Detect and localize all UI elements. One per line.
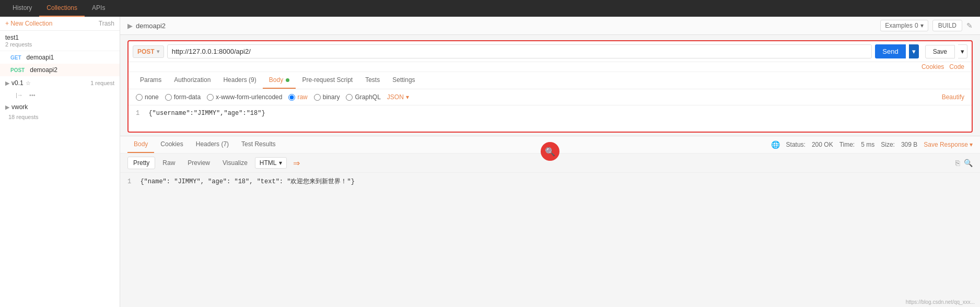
tab-headers-label: Headers [223,76,247,84]
method-badge-post: POST [8,67,27,74]
search-icon[interactable]: 🔍 [964,159,973,167]
format-label: JSON [387,93,404,101]
edit-icon[interactable]: ✎ [966,21,973,30]
send-button[interactable]: Send [875,44,905,58]
vwork-label: vwork [11,103,28,111]
size-label: Size: [881,141,895,148]
bottom-link: https://blog.csdn.net/qq_xxx... [906,299,975,305]
radio-graphql[interactable]: GraphQL [346,93,380,101]
status-value: 200 OK [812,141,833,148]
tab-history[interactable]: History [5,0,39,17]
sidebar-api-demoapi2[interactable]: POST demoapi2 [0,64,120,76]
save-response-label: Save Response [924,141,968,148]
save-response-arrow-icon: ▾ [970,141,973,148]
radio-none[interactable]: none [136,93,159,101]
tab-authorization[interactable]: Authorization [168,72,217,89]
resp-format-arrow-icon: ▾ [279,159,282,167]
examples-button[interactable]: Examples 0 ▾ [880,20,928,31]
code-link[interactable]: Code [949,63,964,70]
save-arrow-button[interactable]: ▾ [958,44,967,58]
resp-tab-body[interactable]: Body [127,136,154,153]
tab-apis[interactable]: APIs [85,0,112,17]
resp-body-code: {"name": "JIMMY", "age": "18", "text": "… [140,178,354,185]
tab-headers-badge: 9 [251,76,254,84]
resp-headers-badge: 7 [223,140,227,148]
folder-icon: ▶ [5,80,9,87]
radio-formdata[interactable]: form-data [165,93,201,101]
sidebar-api-demoapi1[interactable]: GET demoapi1 [0,51,120,64]
build-button[interactable]: BUILD [932,20,962,31]
resp-format-label: HTML [260,159,277,167]
vwork-sub: 18 requests [8,114,38,120]
body-dot [286,78,289,82]
beautify-button[interactable]: Beautify [942,93,964,101]
tab-headers[interactable]: Headers (9) [217,72,262,89]
trash-button[interactable]: Trash [99,20,114,27]
resp-view-raw[interactable]: Raw [157,157,180,169]
radio-raw[interactable]: raw [288,93,307,101]
time-value: 5 ms [861,141,874,148]
sidebar-item-test1[interactable]: test1 2 requests [0,31,120,51]
tab-collections[interactable]: Collections [39,0,85,17]
tab-prerequest[interactable]: Pre-request Script [296,72,359,89]
resp-view-visualize[interactable]: Visualize [217,157,253,169]
breadcrumb-title: demoapi2 [136,22,166,30]
method-arrow-icon: ▾ [157,49,159,54]
copy-icon[interactable]: ⎘ [955,159,960,167]
api-item-name: demoapi1 [27,54,54,61]
resp-format-select[interactable]: HTML ▾ [255,157,287,169]
resp-tab-cookies[interactable]: Cookies [154,136,189,153]
status-label: Status: [786,141,806,148]
size-value: 309 B [901,141,917,148]
examples-arrow-icon: ▾ [920,22,924,29]
save-response-button[interactable]: Save Response ▾ [924,141,973,148]
tab-params[interactable]: Params [134,72,168,89]
line-number-1: 1 [136,110,139,117]
globe-icon: 🌐 [771,140,780,149]
new-collection-button[interactable]: + New Collection [5,20,52,27]
send-arrow-button[interactable]: ▾ [909,44,919,58]
folder-icon2: ▶ [5,104,9,111]
v01-star[interactable]: ☆ [26,80,31,87]
resp-view-preview[interactable]: Preview [182,157,215,169]
resp-tab-testresults[interactable]: Test Results [235,136,282,153]
radio-urlencoded[interactable]: x-www-form-urlencoded [207,93,282,101]
wrap-icon[interactable]: ⇒ [293,158,300,168]
cookies-link[interactable]: Cookies [921,63,944,70]
tab-tests[interactable]: Tests [359,72,386,89]
api-item-name-post: demoapi2 [30,66,57,74]
radio-binary[interactable]: binary [314,93,340,101]
format-arrow-icon: ▾ [406,93,409,101]
body-code: {"username":"JIMMY","age":"18"} [148,110,265,117]
collection-name: test1 [5,34,114,41]
sidebar-controls: |→ ••• [16,92,36,98]
format-select[interactable]: JSON ▾ [387,93,409,101]
search-overlay-button[interactable]: 🔍 [541,142,559,161]
method-badge-get: GET [8,54,24,61]
save-button[interactable]: Save [925,45,955,58]
v01-sub: 1 request [90,80,114,86]
v01-label: v0.1 [11,79,24,87]
method-select[interactable]: POST ▾ [133,45,164,58]
tab-body-label: Body [269,76,283,84]
url-input[interactable] [167,44,872,58]
tab-settings[interactable]: Settings [386,72,421,89]
examples-count: 0 [915,22,918,29]
collection-sub: 2 requests [5,41,114,48]
resp-view-pretty[interactable]: Pretty [127,157,155,169]
examples-label: Examples [885,22,913,29]
breadcrumb-arrow: ▶ [127,22,133,30]
resp-tab-headers[interactable]: Headers (7) [190,136,235,153]
resp-line-number-1: 1 [127,178,131,185]
tab-body[interactable]: Body [263,72,296,89]
time-label: Time: [839,141,855,148]
method-label: POST [137,48,155,55]
resp-headers-label: Headers [196,140,219,148]
